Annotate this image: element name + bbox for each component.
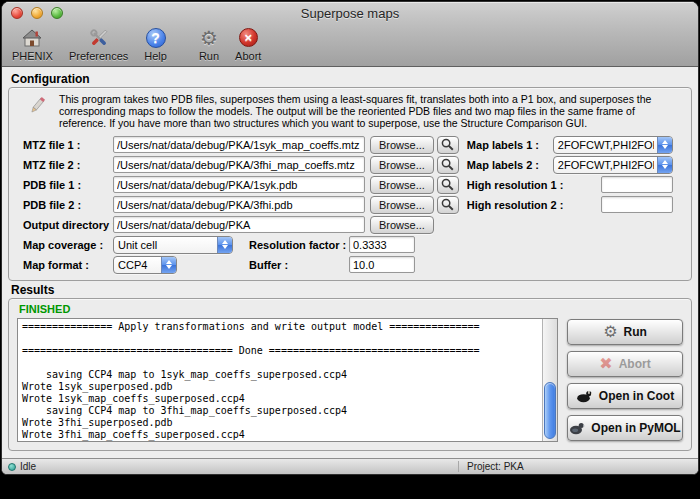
high-resolution-1-label: High resolution 1 : — [467, 179, 601, 191]
titlebar[interactable]: Superpose maps — [2, 2, 698, 24]
run-gear-icon: ⚙ — [200, 26, 218, 49]
map-coverage-value: Unit cell — [114, 239, 161, 251]
status-text: Idle — [20, 461, 36, 472]
toolbar-phenix-button[interactable]: PHENIX — [12, 26, 53, 62]
toolbar-preferences-button[interactable]: Preferences — [69, 26, 128, 62]
abort-icon: × — [239, 26, 258, 49]
high-resolution-2-input[interactable] — [601, 196, 673, 213]
toolbar-help-label: Help — [144, 50, 167, 62]
output-console[interactable]: =============== Apply transformations an… — [17, 318, 558, 442]
window-controls — [11, 7, 63, 19]
scrollbar-thumb[interactable] — [544, 382, 556, 440]
open-in-pymol-button[interactable]: Open in PyMOL — [567, 415, 683, 441]
toolbar-phenix-label: PHENIX — [12, 50, 53, 62]
magnifier-icon — [441, 158, 454, 171]
magnifier-icon — [441, 198, 454, 211]
window-title: Superpose maps — [301, 6, 399, 21]
pdb-file-2-input[interactable] — [113, 196, 365, 213]
help-icon: ? — [146, 26, 166, 49]
run-button[interactable]: ⚙ Run — [567, 319, 683, 345]
toolbar-help-button[interactable]: ? Help — [144, 26, 167, 62]
pdb-file-2-label: PDB file 2 : — [23, 199, 113, 211]
project-label: Project: PKA — [458, 461, 524, 472]
coot-bird-icon — [576, 389, 593, 403]
form-row-pdb1: PDB file 1 : Browse... High resolution 1… — [13, 175, 687, 194]
map-labels-1-value: 2FOFCWT,PHI2FOF... — [554, 139, 654, 151]
run-gear-icon: ⚙ — [603, 324, 617, 340]
console-text: =============== Apply transformations an… — [18, 319, 557, 442]
zoom-button[interactable] — [51, 7, 63, 19]
mtz-file-1-browse-button[interactable]: Browse... — [370, 136, 434, 154]
pdb-file-1-browse-button[interactable]: Browse... — [370, 176, 434, 194]
app-window: Superpose maps PHENIX — [1, 1, 699, 475]
phenix-home-icon — [20, 26, 44, 49]
toolbar-run-button[interactable]: ⚙ Run — [199, 26, 219, 62]
map-labels-2-dropdown[interactable]: 2FOFCWT,PHI2FOF... — [553, 156, 673, 174]
mtz-file-1-label: MTZ file 1 : — [23, 139, 113, 151]
toolbar-abort-label: Abort — [235, 50, 261, 62]
abort-button-label: Abort — [619, 357, 651, 371]
high-resolution-1-input[interactable] — [601, 176, 673, 193]
dropdown-stepper-icon — [217, 237, 232, 253]
configuration-section-title: Configuration — [11, 72, 692, 86]
magnifier-icon — [441, 138, 454, 151]
map-labels-2-label: Map labels 2 : — [467, 159, 553, 171]
toolbar: PHENIX Pref — [2, 24, 698, 66]
map-format-value: CCP4 — [114, 259, 151, 271]
pdb-file-2-inspect-button[interactable] — [437, 196, 459, 214]
open-in-coot-button[interactable]: Open in Coot — [567, 383, 683, 409]
status-badge: FINISHED — [19, 303, 683, 315]
status-indicator-icon — [8, 463, 16, 471]
dropdown-stepper-icon — [161, 257, 176, 273]
buffer-label: Buffer : — [249, 259, 349, 271]
toolbar-abort-button[interactable]: × Abort — [235, 26, 261, 62]
pymol-icon — [569, 421, 585, 435]
pdb-file-1-inspect-button[interactable] — [437, 176, 459, 194]
map-coverage-label: Map coverage : — [23, 239, 113, 251]
toolbar-run-label: Run — [199, 50, 219, 62]
minimize-button[interactable] — [31, 7, 43, 19]
map-labels-1-label: Map labels 1 : — [467, 139, 553, 151]
map-coverage-dropdown[interactable]: Unit cell — [113, 236, 233, 254]
magnifier-icon — [441, 178, 454, 191]
results-panel: FINISHED =============== Apply transform… — [8, 298, 692, 451]
mtz-file-2-inspect-button[interactable] — [437, 156, 459, 174]
map-labels-1-dropdown[interactable]: 2FOFCWT,PHI2FOF... — [553, 136, 673, 154]
dropdown-stepper-icon — [657, 137, 672, 153]
map-format-dropdown[interactable]: CCP4 — [113, 256, 177, 274]
resolution-factor-input[interactable] — [349, 236, 415, 253]
high-resolution-2-label: High resolution 2 : — [467, 199, 601, 211]
pdb-file-1-label: PDB file 1 : — [23, 179, 113, 191]
map-format-label: Map format : — [23, 259, 113, 271]
buffer-input[interactable] — [349, 256, 415, 273]
output-directory-label: Output directory : — [23, 219, 113, 231]
mtz-file-2-browse-button[interactable]: Browse... — [370, 156, 434, 174]
pdb-file-2-browse-button[interactable]: Browse... — [370, 196, 434, 214]
output-directory-browse-button[interactable]: Browse... — [370, 216, 434, 234]
configuration-panel: This program takes two PDB files, superp… — [8, 87, 692, 281]
abort-button: ✖ Abort — [567, 351, 683, 377]
status-bar: Idle Project: PKA — [2, 458, 698, 474]
results-action-buttons: ⚙ Run ✖ Abort Open in — [567, 318, 683, 442]
form-row-mtz1: MTZ file 1 : Browse... Map labels 1 : 2F… — [13, 135, 687, 154]
dropdown-stepper-icon — [657, 157, 672, 173]
results-section-title: Results — [11, 283, 692, 297]
map-labels-2-value: 2FOFCWT,PHI2FOF... — [554, 159, 654, 171]
mtz-file-1-input[interactable] — [113, 136, 365, 153]
open-in-coot-label: Open in Coot — [599, 389, 674, 403]
form-row-output-directory: Output directory : Browse... — [13, 215, 687, 234]
program-description: This program takes two PDB files, superp… — [59, 94, 667, 129]
form-row-pdb2: PDB file 2 : Browse... High resolution 2… — [13, 195, 687, 214]
mtz-file-2-input[interactable] — [113, 156, 365, 173]
form-row-map-format: Map format : CCP4 Buffer : — [13, 255, 687, 274]
toolbar-preferences-label: Preferences — [69, 50, 128, 62]
close-button[interactable] — [11, 7, 23, 19]
output-directory-input[interactable] — [113, 216, 365, 233]
run-button-label: Run — [624, 325, 647, 339]
abort-x-icon: ✖ — [599, 357, 612, 371]
mtz-file-1-inspect-button[interactable] — [437, 136, 459, 154]
console-scrollbar[interactable] — [542, 319, 557, 441]
pdb-file-1-input[interactable] — [113, 176, 365, 193]
open-in-pymol-label: Open in PyMOL — [591, 421, 680, 435]
form-row-mtz2: MTZ file 2 : Browse... Map labels 2 : 2F… — [13, 155, 687, 174]
